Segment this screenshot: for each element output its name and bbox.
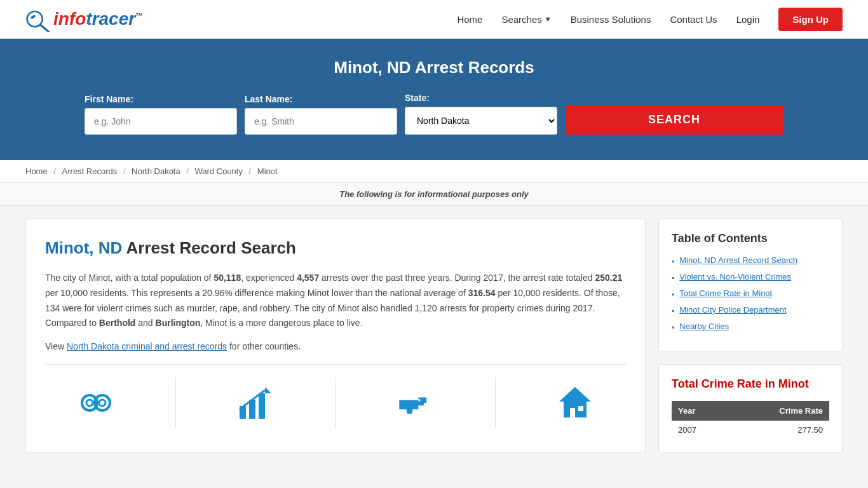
- header: infotracer™ Home Searches ▼ Business Sol…: [0, 0, 868, 39]
- col-rate: Crime Rate: [728, 401, 829, 421]
- breadcrumb-minot[interactable]: Minot: [257, 166, 278, 176]
- chevron-down-icon: ▼: [545, 15, 552, 23]
- lastname-label: Last Name:: [245, 94, 397, 104]
- svg-marker-13: [559, 387, 591, 402]
- lastname-group: Last Name:: [245, 94, 397, 135]
- svg-point-2: [31, 15, 36, 19]
- description-paragraph: The city of Minot, with a total populati…: [45, 271, 626, 331]
- icon-divider-2: [335, 377, 336, 428]
- nd-records-link[interactable]: North Dakota criminal and arrest records: [67, 341, 227, 351]
- house-icon: [556, 384, 594, 422]
- svg-rect-16: [578, 406, 583, 411]
- icon-house: [553, 381, 597, 425]
- state-group: State: North Dakota Alabama Alaska Arizo…: [405, 93, 557, 135]
- main-content: Minot, ND Arrest Record Search The city …: [0, 206, 868, 465]
- logo-info: info: [53, 9, 86, 29]
- icon-chart: [233, 381, 278, 425]
- heading-rest: Arrest Record Search: [122, 238, 296, 257]
- link-line: View North Dakota criminal and arrest re…: [45, 341, 626, 351]
- breadcrumb-home[interactable]: Home: [25, 166, 48, 176]
- col-year: Year: [672, 401, 728, 421]
- search-button[interactable]: SEARCH: [565, 105, 783, 135]
- icon-gun: [393, 381, 438, 425]
- lastname-input[interactable]: [245, 108, 397, 135]
- logo-tm: ™: [135, 11, 143, 20]
- handcuffs-icon: [77, 384, 115, 422]
- icon-divider-1: [175, 377, 176, 428]
- icon-divider-3: [495, 377, 496, 428]
- login-button[interactable]: Login: [736, 14, 760, 25]
- main-nav: Home Searches ▼ Business Solutions Conta…: [457, 8, 843, 31]
- svg-point-7: [99, 400, 105, 406]
- toc-item-5: Nearby Cities: [672, 322, 829, 332]
- search-form: First Name: Last Name: State: North Dako…: [85, 93, 783, 135]
- toc-item-4: Minot City Police Department: [672, 305, 829, 315]
- breadcrumb: Home / Arrest Records / North Dakota / W…: [0, 160, 868, 183]
- page-heading: Minot, ND Arrest Record Search: [45, 238, 626, 258]
- breadcrumb-arrest-records[interactable]: Arrest Records: [62, 166, 118, 176]
- nav-home[interactable]: Home: [457, 14, 482, 25]
- logo[interactable]: infotracer™: [25, 6, 143, 32]
- hero-section: Minot, ND Arrest Records First Name: Las…: [0, 39, 868, 160]
- crime-rate-table: Year Crime Rate 2007 277.50: [672, 401, 829, 439]
- icon-row: [45, 364, 626, 428]
- toc-item-2: Violent vs. Non-Violent Crimes: [672, 272, 829, 282]
- crime-rate-box: Total Crime Rate in Minot Year Crime Rat…: [658, 364, 843, 452]
- icon-handcuffs: [74, 381, 118, 425]
- nav-contact-us[interactable]: Contact Us: [670, 14, 717, 25]
- svg-line-1: [40, 25, 48, 32]
- svg-rect-10: [259, 393, 265, 419]
- nav-business-solutions[interactable]: Business Solutions: [571, 14, 651, 25]
- left-content: Minot, ND Arrest Record Search The city …: [25, 219, 646, 452]
- logo-tracer: tracer: [86, 9, 135, 29]
- svg-rect-15: [570, 408, 575, 417]
- toc-title: Table of Contents: [672, 232, 829, 245]
- toc-list: Minot, ND Arrest Record Search Violent v…: [672, 255, 829, 332]
- svg-point-12: [418, 399, 420, 401]
- table-row: 2007 277.50: [672, 421, 829, 439]
- svg-point-6: [86, 400, 93, 406]
- row-rate: 277.50: [728, 421, 829, 439]
- state-label: State:: [405, 93, 557, 103]
- toc-item-3: Total Crime Rate in Minot: [672, 288, 829, 299]
- hero-title: Minot, ND Arrest Records: [25, 58, 843, 78]
- heading-highlight: Minot, ND: [45, 238, 122, 257]
- table-header-row: Year Crime Rate: [672, 401, 829, 421]
- state-select[interactable]: North Dakota Alabama Alaska Arizona Arka…: [405, 107, 557, 135]
- firstname-label: First Name:: [85, 94, 237, 104]
- toc-box: Table of Contents Minot, ND Arrest Recor…: [658, 219, 843, 351]
- nav-searches[interactable]: Searches ▼: [501, 14, 551, 25]
- signup-button[interactable]: Sign Up: [778, 8, 843, 31]
- svg-marker-11: [265, 387, 271, 393]
- right-sidebar: Table of Contents Minot, ND Arrest Recor…: [658, 219, 843, 452]
- row-year: 2007: [672, 421, 728, 439]
- firstname-group: First Name:: [85, 94, 237, 135]
- chart-icon: [236, 384, 275, 422]
- breadcrumb-north-dakota[interactable]: North Dakota: [132, 166, 180, 176]
- breadcrumb-ward-county[interactable]: Ward County: [195, 166, 243, 176]
- info-banner: The following is for informational purpo…: [0, 183, 868, 206]
- toc-item-1: Minot, ND Arrest Record Search: [672, 255, 829, 266]
- gun-icon: [397, 384, 435, 422]
- crime-rate-title: Total Crime Rate in Minot: [672, 377, 829, 391]
- firstname-input[interactable]: [85, 108, 237, 135]
